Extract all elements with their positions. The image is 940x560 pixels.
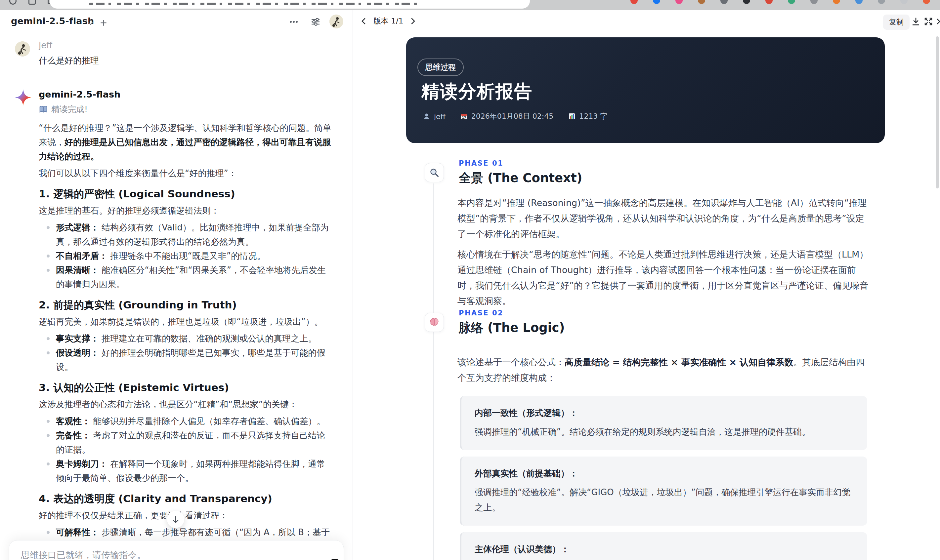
dimension-card-title: 主体伦理（认识美德）： <box>475 543 854 555</box>
hero-badge: 思维过程 <box>418 58 464 76</box>
dimension-cards: 内部一致性（形式逻辑）：强调推理的“机械正确”。结论必须在给定的规则系统内逻辑自… <box>460 396 867 560</box>
close-icon[interactable] <box>935 17 940 26</box>
phase-timeline <box>433 183 434 560</box>
phase1-paragraph-1: 本内容是对“推理 (Reasoning)”这一抽象概念的高层建模。在知识爆炸与人… <box>458 195 871 242</box>
extension-icon[interactable] <box>855 0 863 4</box>
dimension-card-body: 强调推理的“机械正确”。结论必须在给定的规则系统内逻辑自洽，这是推理的硬件基础。 <box>475 424 854 439</box>
report-meta: jeff 17 2026年01月08日 02:45 1213 字 <box>423 111 607 122</box>
browser-apps-icon[interactable] <box>28 0 36 5</box>
bullet-item: 因果清晰： 能准确区分“相关性”和“因果关系”，不会轻率地将先后发生的事情归为因… <box>39 263 334 292</box>
extension-icon[interactable] <box>923 0 930 4</box>
section-heading: 4. 表达的透明度 (Clarity and Transparency) <box>39 492 334 505</box>
report-author: jeff <box>423 112 445 121</box>
browser-back-icon[interactable] <box>9 0 17 5</box>
report-word-count: 1213 字 <box>568 111 607 122</box>
bullet-item: 形式逻辑： 结构必须有效（Valid）。比如演绎推理中，如果前提全部为真，那么通… <box>39 220 334 249</box>
extension-icon[interactable] <box>720 0 728 4</box>
assistant-status: 精读完成! <box>39 104 88 115</box>
svg-text:17: 17 <box>462 116 466 119</box>
scroll-to-bottom-button[interactable] <box>167 511 184 528</box>
bullet-item: 奥卡姆剃刀： 在解释同一个现象时，如果两种推理都能站得住脚，通常倾向于最简单、假… <box>39 457 334 485</box>
chat-panel: gemini-2.5-flash jeff 什么是好的推理 <box>0 10 353 560</box>
person-icon <box>423 112 431 120</box>
message-paragraph: 我们可以从以下四个维度来衡量什么是“好的推理”： <box>39 166 334 180</box>
message-paragraph: 这涉及推理者的心态和方法论，也是区分“杠精”和“思想家”的关键： <box>39 397 334 412</box>
section-heading: 1. 逻辑的严密性 (Logical Soundness) <box>39 187 334 200</box>
report-date: 17 2026年01月08日 02:45 <box>460 111 553 122</box>
browser-url-text <box>89 3 420 5</box>
phase1-paragraph-2: 核心情境在于解决“思考的随意性”问题。不论是人类通过批判性思维进行决策，还是大语… <box>458 247 871 309</box>
artifact-scrollbar[interactable] <box>936 36 938 188</box>
artifact-toolbar: 版本 1/1 复制 <box>353 10 940 34</box>
extension-icon[interactable] <box>698 0 705 4</box>
extension-icon[interactable] <box>900 0 908 4</box>
message-paragraph: 好的推理不仅仅是结果正确，更要让人看清过程： <box>39 508 334 523</box>
gemini-star-icon <box>15 89 31 106</box>
download-icon[interactable] <box>911 17 921 26</box>
chat-header: gemini-2.5-flash <box>0 10 353 34</box>
assistant-status-text: 精读完成! <box>51 104 88 115</box>
bullet-item: 假设透明： 好的推理会明确指明哪些是已知事实，哪些是基于可能的假设。 <box>39 346 334 374</box>
phase1-title: 全景 (The Context) <box>459 170 582 186</box>
phase1-icon-card <box>425 163 444 182</box>
chevron-down-icon[interactable] <box>87 19 95 27</box>
copy-button[interactable]: 复制 <box>883 15 909 30</box>
phase2-intro: 该论述基于一个核心公式：高质量结论 = 结构完整性 × 事实准确性 × 认知自律… <box>458 354 871 385</box>
browser-extensions <box>630 0 930 4</box>
model-selector[interactable]: gemini-2.5-flash <box>11 16 94 26</box>
composer-placeholder[interactable]: 思维接口已就绪，请传输指令。 <box>21 549 146 560</box>
user-message-avatar <box>15 42 30 57</box>
dimension-card-title: 外部真实性（前提基础）： <box>475 468 854 479</box>
dimension-card-title: 内部一致性（形式逻辑）： <box>475 407 854 419</box>
browser-omnibox[interactable] <box>49 0 530 9</box>
message-paragraph: 逻辑再完美，如果前提是错误的，推理也是垃圾（即“垃圾进，垃圾出”）。 <box>39 315 334 329</box>
extension-icon[interactable] <box>653 0 660 4</box>
phase2-icon-card <box>425 313 444 332</box>
message-paragraph: “什么是好的推理？”这是一个涉及逻辑学、认知科学和哲学核心的问题。简单来说，好的… <box>39 121 334 164</box>
extension-icon[interactable] <box>833 0 840 4</box>
magnifier-icon <box>429 168 439 177</box>
report-title: 精读分析报告 <box>421 80 533 104</box>
chevron-right-icon[interactable] <box>408 16 418 26</box>
screen: gemini-2.5-flash jeff 什么是好的推理 <box>0 0 940 560</box>
extension-icon[interactable] <box>743 0 750 4</box>
user-message-author: jeff <box>39 40 52 50</box>
extension-icon[interactable] <box>878 0 885 4</box>
more-options-icon[interactable] <box>288 17 299 27</box>
dimension-card: 主体伦理（认识美德）：转向推理者的心理特征。引入奥卡姆剃刀和反向论证，旨在克服人… <box>460 532 867 560</box>
bar-chart-icon <box>568 112 576 120</box>
section-heading: 2. 前提的真实性 (Grounding in Truth) <box>39 298 334 311</box>
dimension-card-body: 强调推理的“经验校准”。解决“GIGO（垃圾进，垃圾出）”问题，确保推理引擎运行… <box>475 485 854 515</box>
composer[interactable]: 思维接口已就绪，请传输指令。 <box>9 540 344 560</box>
section-heading: 3. 认知的公正性 (Epistemic Virtues) <box>39 381 334 394</box>
message-paragraph: 这是推理的基石。好的推理必须遵循逻辑法则： <box>39 204 334 218</box>
artifact-panel: 版本 1/1 复制 思维过程 精读分析报告 jeff 17 2026年01月08… <box>353 10 940 560</box>
bullet-item: 完备性： 考虑了对立的观点和潜在的反证，而不是只选择支持自己结论的证据。 <box>39 428 334 457</box>
browser-chrome <box>0 0 940 10</box>
sliders-icon[interactable] <box>310 17 321 27</box>
extension-icon[interactable] <box>765 0 773 4</box>
user-message-text: 什么是好的推理 <box>39 55 99 66</box>
arrow-down-icon <box>171 515 180 524</box>
dimension-card: 外部真实性（前提基础）：强调推理的“经验校准”。解决“GIGO（垃圾进，垃圾出）… <box>460 457 867 526</box>
new-chat-plus-icon[interactable] <box>99 18 108 27</box>
extension-icon[interactable] <box>811 0 818 4</box>
book-icon <box>39 105 48 114</box>
calendar-icon: 17 <box>460 112 468 120</box>
expand-icon[interactable] <box>923 17 933 26</box>
bullet-item: 客观性： 能够识别并尽量排除个人偏见（如幸存者偏差、确认偏差）。 <box>39 414 334 428</box>
chevron-left-icon[interactable] <box>359 16 369 26</box>
extension-icon[interactable] <box>630 0 638 4</box>
bullet-item: 事实支撑： 推理建立在可靠的数据、准确的观测或公认的真理之上。 <box>39 332 334 346</box>
extension-icon[interactable] <box>788 0 795 4</box>
extension-icon[interactable] <box>675 0 683 4</box>
phase1-label: PHASE 01 <box>459 159 503 167</box>
version-label: 版本 1/1 <box>373 16 403 26</box>
user-avatar[interactable] <box>330 15 343 28</box>
phase2-title: 脉络 (The Logic) <box>459 320 565 336</box>
bullet-item: 不自相矛盾： 推理链条中不能出现“既是又非”的情况。 <box>39 249 334 263</box>
brain-icon <box>429 317 439 327</box>
dimension-card: 内部一致性（形式逻辑）：强调推理的“机械正确”。结论必须在给定的规则系统内逻辑自… <box>460 396 867 450</box>
assistant-name: gemini-2.5-flash <box>39 89 120 100</box>
phase2-label: PHASE 02 <box>459 309 503 317</box>
